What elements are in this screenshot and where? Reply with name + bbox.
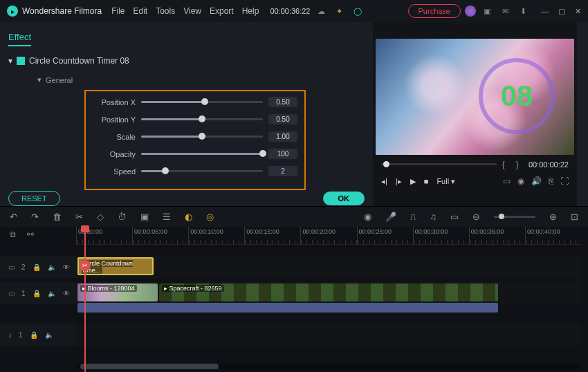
effect-name: Circle Countdown Timer 08 (29, 56, 129, 66)
menu-tools[interactable]: Tools (156, 6, 175, 16)
save-icon[interactable]: ▣ (480, 7, 494, 16)
undo-button[interactable]: ↶ (10, 212, 17, 222)
project-timecode: 00:00:36:22 (270, 7, 310, 15)
reset-button[interactable]: RESET (8, 191, 60, 206)
crop-icon[interactable]: ▣ (140, 212, 149, 222)
prev-frame-button[interactable]: ◂| (381, 177, 387, 186)
effect-enable-checkbox[interactable] (17, 57, 25, 65)
speed-icon[interactable]: ⏱ (118, 212, 127, 222)
track-video: ▭ 1 🔒 🔈 👁 ▸ Blooms - 128004 ▸ Spacecraft… (0, 282, 581, 304)
in-out-brackets[interactable]: { } (502, 159, 523, 169)
opacity-slider[interactable] (141, 153, 263, 155)
chevron-down-icon[interactable]: ▾ (8, 56, 12, 66)
zoom-in-button[interactable]: ⊕ (549, 212, 557, 222)
fit-icon[interactable]: ⊡ (571, 212, 578, 222)
volume-icon[interactable]: 🔊 (531, 176, 542, 186)
ruler-mark: 00:00:10:00 (188, 227, 244, 244)
track-number: 2 (21, 263, 26, 271)
marker-icon[interactable]: ▭ (450, 212, 459, 222)
minimize-button[interactable]: — (541, 7, 549, 16)
mute-icon[interactable]: 🔈 (48, 290, 56, 297)
menu-file[interactable]: File (111, 6, 125, 16)
timeline-toolbar: ↶ ↷ 🗑 ✂ ◇ ⏱ ▣ ☰ ◐ ◎ ◉ 🎤 ⎍ ♫ ▭ ⊖ ⊕ ⊡ (0, 206, 588, 227)
monitor-icon[interactable]: ▭ (503, 176, 511, 186)
position-x-slider[interactable] (141, 101, 263, 103)
video-clip-2[interactable]: ▸ Spacecraft - 82659 (159, 283, 498, 301)
scale-value[interactable]: 1.00 (268, 131, 297, 142)
speed-slider[interactable] (141, 170, 263, 172)
track-audio: ♪ 1 🔒 🔈 (0, 324, 581, 346)
mute-icon[interactable]: 🔈 (45, 331, 53, 339)
position-x-value[interactable]: 0.50 (268, 97, 297, 107)
preview-timecode: 00:00:00:22 (529, 160, 569, 169)
music-icon[interactable]: ♫ (430, 212, 437, 222)
menu-edit[interactable]: Edit (134, 6, 148, 16)
position-y-value[interactable]: 0.50 (268, 114, 297, 124)
menu-view[interactable]: View (183, 6, 201, 16)
video-clip-1[interactable]: ▸ Blooms - 128004 (77, 283, 158, 301)
preview-panel: 08 { } 00:00:00:22 ◂| |▸ ▶ ■ Full ▾ ▭ ◉ … (373, 22, 577, 206)
lock-icon[interactable]: 🔒 (30, 331, 38, 339)
preview-scrubber[interactable] (381, 163, 497, 165)
zoom-out-button[interactable]: ⊖ (472, 212, 480, 222)
scale-label: Scale (93, 133, 136, 141)
color-icon[interactable]: ◐ (185, 212, 192, 222)
tag-icon[interactable]: ◇ (97, 212, 104, 222)
lock-icon[interactable]: 🔒 (33, 290, 41, 297)
delete-button[interactable]: 🗑 (53, 212, 62, 222)
quality-dropdown[interactable]: Full ▾ (437, 177, 455, 186)
effect-tab[interactable]: Effect (8, 29, 31, 46)
fullscreen-icon[interactable]: ⛶ (560, 176, 569, 186)
stop-button[interactable]: ■ (424, 177, 429, 185)
chevron-down-icon[interactable]: ▾ (37, 75, 42, 84)
app-logo: ▸ (7, 6, 18, 17)
track-type-icon: ▭ (8, 290, 15, 297)
adjust-icon[interactable]: ☰ (163, 212, 171, 222)
snapshot-icon[interactable]: ◉ (517, 176, 524, 186)
maximize-button[interactable]: ▢ (558, 7, 565, 16)
lock-icon[interactable]: 🔒 (33, 263, 41, 271)
opacity-value[interactable]: 100 (268, 149, 297, 159)
mute-icon[interactable]: 🔈 (48, 263, 56, 271)
close-button[interactable]: ✕ (575, 7, 581, 16)
track-type-icon: ▭ (8, 263, 15, 271)
mixer-icon[interactable]: ◉ (364, 212, 371, 222)
split-button[interactable]: ✂ (75, 212, 83, 222)
track-number: 1 (19, 331, 23, 339)
audio-icon[interactable]: ⎍ (410, 212, 416, 222)
chain-icon[interactable]: ⚯ (27, 230, 34, 239)
headphones-icon[interactable]: ◯ (351, 7, 365, 16)
menu-export[interactable]: Export (210, 6, 234, 16)
redo-button[interactable]: ↷ (31, 212, 39, 222)
ok-button[interactable]: OK (323, 192, 365, 205)
message-icon[interactable]: ✉ (498, 7, 512, 16)
next-frame-button[interactable]: |▸ (396, 177, 402, 186)
profile-icon[interactable] (465, 6, 476, 17)
play-button[interactable]: ▶ (410, 177, 416, 186)
visibility-icon[interactable]: 👁 (63, 263, 70, 271)
ruler-mark: 00:00:30:00 (413, 227, 469, 244)
zoom-slider[interactable] (494, 216, 535, 218)
controls-highlight-box: Position X 0.50 Position Y 0.50 Scale 1.… (84, 90, 306, 190)
link-icon[interactable]: ⧉ (10, 230, 16, 239)
playhead[interactable] (84, 227, 86, 372)
export-icon[interactable]: ⎘ (549, 176, 553, 186)
position-y-slider[interactable] (141, 118, 263, 120)
audio-waveform[interactable] (77, 303, 498, 313)
timeline-hscroll[interactable] (76, 364, 580, 369)
timeline-ruler[interactable]: 00:00:00 00:00:05:00 00:00:10:00 00:00:1… (76, 227, 581, 245)
preview-viewport[interactable]: 08 (376, 39, 574, 155)
track-type-icon: ♪ (8, 331, 12, 339)
download-icon[interactable]: ⬇ (516, 7, 530, 16)
sparkle-icon[interactable]: ✦ (333, 7, 347, 16)
countdown-overlay: 08 (479, 58, 555, 134)
visibility-icon[interactable]: 👁 (63, 290, 70, 297)
effect-icon[interactable]: ◎ (206, 212, 214, 222)
speed-label: Speed (93, 167, 136, 176)
purchase-button[interactable]: Purchase (408, 4, 461, 18)
scale-slider[interactable] (141, 136, 263, 138)
mic-icon[interactable]: 🎤 (385, 212, 396, 222)
cloud-icon[interactable]: ☁ (315, 7, 329, 16)
menu-help[interactable]: Help (242, 6, 259, 16)
speed-value[interactable]: 2 (268, 166, 297, 176)
